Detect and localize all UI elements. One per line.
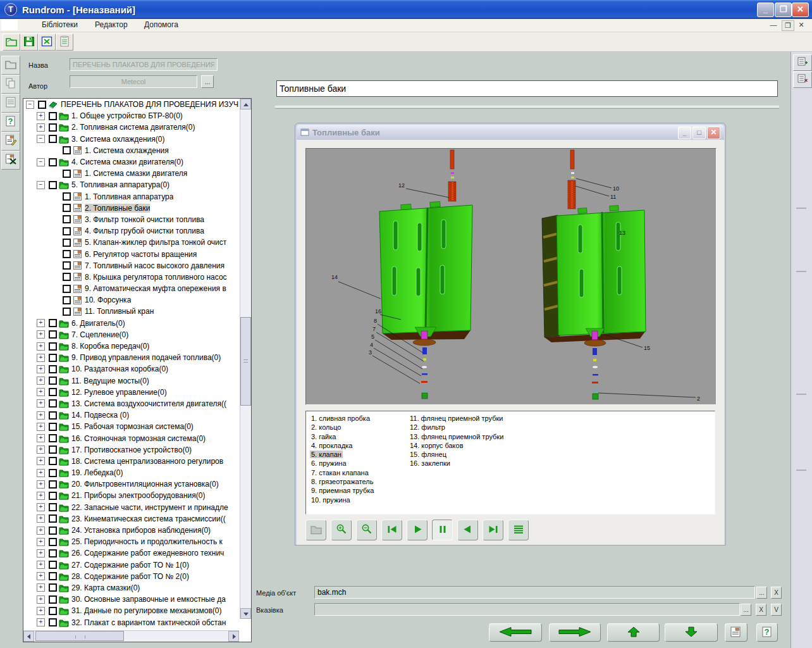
list-remove-button[interactable] xyxy=(793,72,812,88)
tree-checkbox[interactable] xyxy=(49,330,57,339)
mdi-restore-button[interactable]: ❐ xyxy=(782,20,794,31)
expand-icon[interactable]: + xyxy=(37,319,45,327)
tree-item[interactable]: +16. Стояночная тормозная система(0) xyxy=(23,432,239,444)
tree-checkbox[interactable] xyxy=(49,411,57,420)
tree-item[interactable]: 1. Система охлаждения xyxy=(23,145,239,156)
tree-item[interactable]: +10. Раздаточная коробка(0) xyxy=(23,363,239,375)
name-field[interactable] xyxy=(70,58,218,71)
expand-icon[interactable]: + xyxy=(37,423,45,431)
tree-item[interactable]: −4. Система смазки двигателя(0) xyxy=(23,156,239,168)
expand-icon[interactable]: + xyxy=(37,112,45,120)
scroll-right-button[interactable] xyxy=(228,631,239,642)
tree-checkbox[interactable] xyxy=(49,480,57,489)
expand-icon[interactable]: + xyxy=(37,123,45,132)
tree-checkbox[interactable] xyxy=(49,595,57,604)
open-library-button[interactable] xyxy=(3,34,20,51)
pointer-field[interactable] xyxy=(314,603,740,616)
scroll-up-button[interactable] xyxy=(240,99,251,109)
part-list-item[interactable]: 3. гайка xyxy=(310,432,375,441)
poster-title-input[interactable] xyxy=(276,80,778,97)
tree-checkbox[interactable] xyxy=(49,607,57,615)
tree-checkbox[interactable] xyxy=(49,354,57,362)
scroll-left-button[interactable] xyxy=(23,631,34,642)
tree-checkbox[interactable] xyxy=(49,181,57,189)
zoom-out-button[interactable] xyxy=(356,520,377,540)
zoom-in-button[interactable] xyxy=(331,520,352,540)
part-list-item[interactable]: 9. приемная трубка xyxy=(310,486,375,495)
tree-item[interactable]: +26. Содержание работ ежедневного технич xyxy=(23,547,239,559)
tree-checkbox[interactable] xyxy=(49,538,57,546)
author-field[interactable] xyxy=(70,75,197,88)
tree-checkbox[interactable] xyxy=(63,273,71,281)
tree-item[interactable]: +31. Данные по регулировке механизмов(0) xyxy=(23,605,239,616)
tree-item[interactable]: +33. Устройство и работа радиостанции Р-… xyxy=(23,628,239,630)
part-list-item[interactable]: 14. корпус баков xyxy=(409,441,505,450)
delete-item-button[interactable] xyxy=(1,151,20,170)
tree-checkbox[interactable] xyxy=(63,215,71,223)
tree-checkbox[interactable] xyxy=(49,388,57,396)
pointer-clear-button[interactable]: X xyxy=(756,604,766,616)
tree-checkbox[interactable] xyxy=(38,101,46,109)
tree-item[interactable]: 1. Система смазки двигателя xyxy=(23,168,239,179)
expand-icon[interactable]: + xyxy=(37,549,45,558)
tree-checkbox[interactable] xyxy=(49,503,57,511)
open-animation-button[interactable] xyxy=(305,520,326,540)
tree-checkbox[interactable] xyxy=(49,135,57,143)
copy-item-button[interactable] xyxy=(1,75,20,94)
pointer-browse-button[interactable]: ... xyxy=(741,604,751,616)
tree-item[interactable]: −5. Топливная аппаратура(0) xyxy=(23,179,239,190)
help-button[interactable]: ? xyxy=(756,623,778,642)
expand-icon[interactable]: + xyxy=(37,399,45,408)
tree-checkbox[interactable] xyxy=(63,250,71,258)
tree-item[interactable]: +22. Запасные части, инструмент и принад… xyxy=(23,502,239,513)
menu-editor[interactable]: Редактор xyxy=(95,20,128,29)
list-item-button[interactable] xyxy=(1,94,20,113)
tree-item[interactable]: +17. Противоскатное устройство(0) xyxy=(23,444,239,456)
part-list-item[interactable]: 7. стакан клапана xyxy=(310,468,375,477)
tree-checkbox[interactable] xyxy=(49,158,57,166)
tree-checkbox[interactable] xyxy=(49,457,57,465)
tree-checkbox[interactable] xyxy=(63,308,71,316)
tree-item[interactable]: +8. Коробка передач(0) xyxy=(23,340,239,352)
tree-item[interactable]: +12. Рулевое управление(0) xyxy=(23,387,239,398)
tree-item[interactable]: +19. Лебедка(0) xyxy=(23,467,239,478)
frame-list-button[interactable] xyxy=(508,520,529,540)
pause-button[interactable] xyxy=(432,520,453,540)
tree-vscrollbar[interactable] xyxy=(240,99,251,619)
expand-icon[interactable]: + xyxy=(37,526,45,535)
tree-item[interactable]: +24. Установка приборов наблюдения(0) xyxy=(23,525,239,536)
tree-checkbox[interactable] xyxy=(63,204,71,212)
part-list-item[interactable]: 4. прокладка xyxy=(310,441,375,450)
tree-checkbox[interactable] xyxy=(49,342,57,351)
tree-item[interactable]: +20. Фильтровентиляционная установка(0) xyxy=(23,478,239,490)
expand-icon[interactable]: + xyxy=(37,572,45,580)
media-object-field[interactable] xyxy=(314,586,755,599)
tree-checkbox[interactable] xyxy=(49,123,57,132)
tree-checkbox[interactable] xyxy=(49,446,57,454)
expand-icon[interactable]: + xyxy=(37,377,45,385)
tree-item[interactable]: 2. Топливные баки xyxy=(23,202,239,214)
tree-checkbox[interactable] xyxy=(49,561,57,569)
tree-item[interactable]: +6. Двигатель(0) xyxy=(23,318,239,329)
expand-icon[interactable]: + xyxy=(37,446,45,454)
edit-item-button[interactable] xyxy=(1,132,20,151)
expand-icon[interactable]: + xyxy=(37,595,45,604)
tree-checkbox[interactable] xyxy=(63,192,71,201)
part-list-item[interactable]: 13. флянец приемной трубки xyxy=(409,432,505,441)
tree-checkbox[interactable] xyxy=(49,112,57,120)
tree-item[interactable]: +1. Общее устройство БТР-80(0) xyxy=(23,110,239,122)
tree-item[interactable]: +25. Периодичность и продолжительность к xyxy=(23,536,239,547)
close-document-button[interactable] xyxy=(38,34,56,51)
save-button[interactable] xyxy=(20,34,38,51)
tree-checkbox[interactable] xyxy=(63,227,71,235)
list-add-button[interactable] xyxy=(793,54,812,71)
tree-item[interactable]: 7. Топливный насос высокого давления xyxy=(23,260,239,271)
tree-item[interactable]: +18. Система централизованного регулиров xyxy=(23,456,239,467)
collapse-icon[interactable]: − xyxy=(26,101,34,109)
tree-checkbox[interactable] xyxy=(49,492,57,500)
tree-checkbox[interactable] xyxy=(49,583,57,592)
tree-item[interactable]: +13. Система воздухоочистителя двигателя… xyxy=(23,398,239,409)
expand-icon[interactable]: + xyxy=(37,503,45,511)
tree-checkbox[interactable] xyxy=(49,618,57,626)
part-list-item[interactable]: 16. заклепки xyxy=(409,459,505,468)
